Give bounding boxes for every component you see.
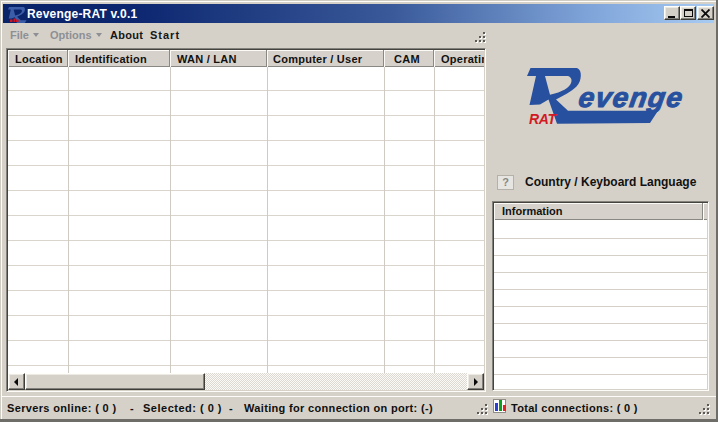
svg-text:evenge: evenge xyxy=(577,81,687,113)
svg-text:RAT: RAT xyxy=(529,111,558,127)
